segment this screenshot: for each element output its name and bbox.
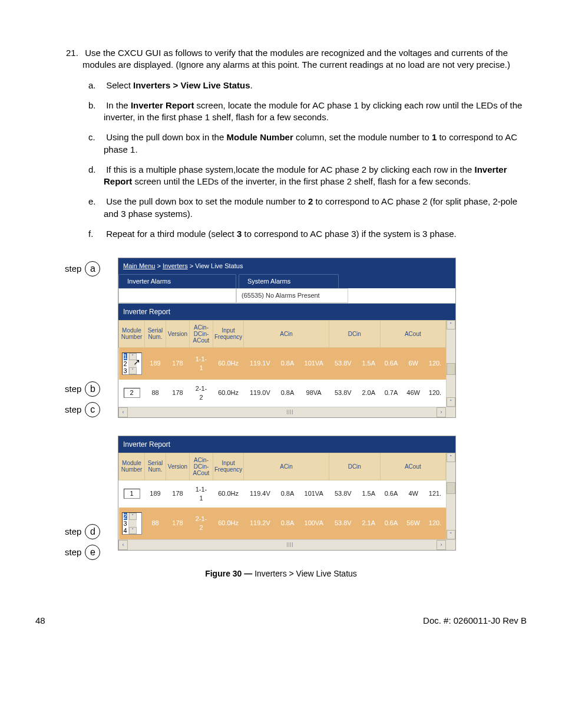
th-acin: ACin (244, 453, 329, 480)
tab-inverter-alarms[interactable]: Inverter Alarms (118, 274, 236, 288)
th-freq: Input Frequency (213, 320, 244, 347)
scroll-right-icon[interactable]: › (437, 540, 446, 550)
page-number: 48 (35, 615, 45, 627)
table-row[interactable]: 1 2 3 ˄˅ 189 178 1-1- 1 60.0Hz 119.1V (119, 347, 446, 380)
vertical-scrollbar[interactable]: ˄ ˅ (446, 453, 455, 539)
inverter-report-table: Module Number Serial Num. Version ACin- … (118, 320, 446, 407)
scroll-left-icon[interactable]: ‹ (118, 407, 128, 417)
module-number-select[interactable]: 1 2 3 ˄˅ (122, 353, 142, 375)
scroll-down-icon[interactable]: ˅ (447, 397, 455, 407)
th-version: Version (166, 453, 190, 480)
step-label-c: step c (65, 402, 100, 417)
horizontal-scrollbar[interactable]: ‹ › (118, 407, 455, 417)
sub-c: c. Using the pull down box in the Module… (104, 131, 527, 156)
circle-b: b (85, 381, 100, 397)
step-label-d: step d (65, 524, 100, 539)
th-freq: Input Frequency (213, 453, 244, 480)
step-label-a: step a (65, 261, 100, 276)
module-number-value[interactable]: 2 (124, 388, 140, 398)
sub-a: a. Select Inverters > View Live Status. (104, 80, 527, 91)
intro-text: Use the CXCU GUI as follows to verify th… (82, 48, 510, 70)
scroll-down-icon[interactable]: ˅ (129, 367, 137, 374)
sub-b: b. In the Inverter Report screen, locate… (104, 100, 527, 124)
table-row[interactable]: 2 3 4 ˄˅ 88 178 2-1- 2 60.0Hz 119.2V (119, 508, 446, 539)
circle-a: a (85, 261, 100, 276)
circle-c: c (85, 402, 100, 417)
th-module-number: Module Number (119, 320, 145, 347)
vertical-scrollbar[interactable]: ˄ ˅ (446, 320, 455, 407)
table-row[interactable]: 1 189 178 1-1- 1 60.0Hz 119.4V 0.8A 101V… (119, 480, 446, 507)
th-module-number: Module Number (119, 453, 145, 480)
module-number-value[interactable]: 1 (124, 489, 140, 499)
scroll-up-icon[interactable]: ˄ (129, 513, 137, 520)
table-row[interactable]: 2 88 178 2-1- 2 60.0Hz 119.0V 0.8A 98VA … (119, 380, 446, 407)
scroll-up-icon[interactable]: ˄ (129, 353, 137, 360)
th-dcin: DCin (329, 320, 380, 347)
report-title: Inverter Report (118, 436, 455, 453)
step-label-b: step b (65, 381, 100, 397)
scroll-up-icon[interactable]: ˄ (447, 320, 455, 330)
horizontal-scrollbar[interactable]: ‹ › (118, 539, 455, 550)
scroll-grip-icon[interactable] (287, 542, 294, 547)
circle-e: e (85, 545, 100, 560)
alarm-subrow: (65535) No Alarms Present (118, 288, 455, 304)
doc-id: Doc. #: 0260011-J0 Rev B (423, 615, 527, 627)
th-serial: Serial Num. (145, 453, 166, 480)
th-dcin: DCin (329, 453, 380, 480)
tab-system-alarms[interactable]: System Alarms (239, 274, 339, 288)
sub-e: e. Use the pull down box to set the modu… (104, 196, 527, 220)
bc-current: View Live Status (195, 262, 243, 269)
step-21: 21. Use the CXCU GUI as follows to verif… (82, 47, 527, 240)
th-acout: ACout (380, 320, 445, 347)
th-acout: ACout (380, 453, 445, 480)
step-label-e: step e (65, 545, 100, 560)
page-footer: 48 Doc. #: 0260011-J0 Rev B (35, 615, 527, 627)
sub-f: f. Repeat for a third module (select 3 t… (104, 228, 527, 240)
list-number: 21. (66, 47, 82, 59)
screenshot-2: Inverter Report ˄ ˅ Module Number Serial… (118, 436, 456, 551)
inverter-report-table: Module Number Serial Num. Version ACin- … (118, 453, 446, 539)
circle-d: d (85, 524, 100, 539)
module-number-select[interactable]: 2 3 4 ˄˅ (122, 512, 142, 535)
bc-main[interactable]: Main Menu (123, 262, 155, 269)
figure-caption: Figure 30 — Inverters > View Live Status (35, 568, 527, 579)
scroll-up-icon[interactable]: ˄ (447, 453, 455, 462)
alarm-status: (65535) No Alarms Present (236, 288, 348, 303)
report-title: Inverter Report (118, 304, 455, 320)
th-version: Version (166, 320, 190, 347)
th-acin-dcin-acout: ACin- DCin- ACout (190, 320, 213, 347)
bc-inverters[interactable]: Inverters (163, 262, 188, 269)
sub-d: d. If this is a multiple phase system,lo… (104, 164, 527, 188)
th-acin-dcin-acout: ACin- DCin- ACout (190, 453, 213, 480)
th-acin: ACin (244, 320, 329, 347)
breadcrumb: Main Menu > Inverters > View Live Status (118, 258, 455, 274)
scroll-down-icon[interactable]: ˅ (447, 530, 455, 539)
scroll-right-icon[interactable]: › (437, 407, 446, 417)
scroll-left-icon[interactable]: ‹ (118, 540, 128, 550)
alarm-tabs: Inverter Alarms System Alarms (118, 274, 455, 288)
scroll-down-icon[interactable]: ˅ (129, 527, 137, 534)
screenshot-1: Main Menu > Inverters > View Live Status… (118, 258, 456, 418)
scroll-grip-icon[interactable] (287, 410, 294, 414)
th-serial: Serial Num. (145, 320, 166, 347)
